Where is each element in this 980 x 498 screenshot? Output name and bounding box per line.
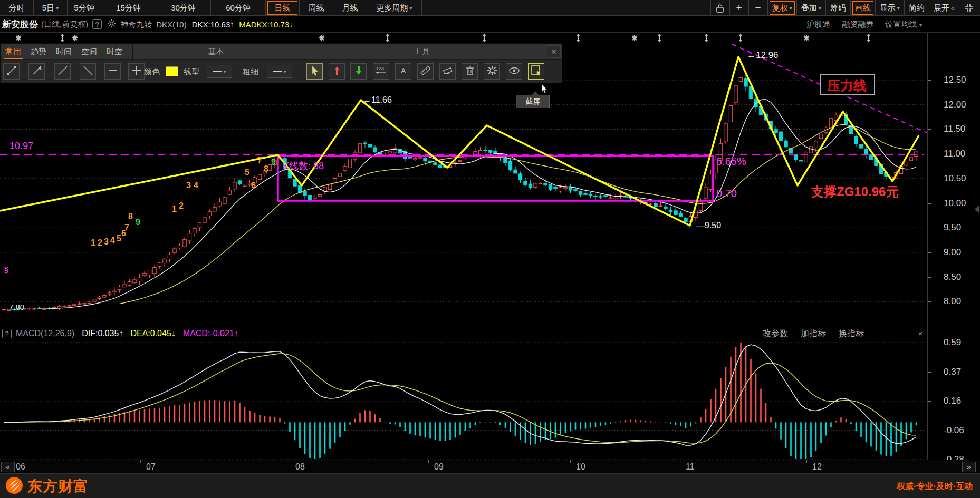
action-button-简约[interactable]: 简约	[904, 0, 929, 16]
peak-11-66-label: ←11.66	[363, 95, 392, 104]
scroll-left-button[interactable]: «	[1, 462, 15, 472]
macd-value: MACD:-0.021	[183, 329, 234, 338]
chevron-down-icon: ▾	[819, 5, 821, 11]
macd-link-2[interactable]: 加指标	[801, 328, 826, 339]
valley-9-50-label: —9.50	[696, 221, 721, 230]
help-icon[interactable]: ?	[92, 19, 102, 29]
period-tab-5[interactable]: 30分钟	[156, 0, 211, 16]
up-arrow-tool-button[interactable]	[329, 63, 345, 80]
action-button-叠加[interactable]: 叠加▾	[796, 0, 825, 16]
segment-down-tool-button[interactable]	[80, 63, 96, 80]
action-label: +	[736, 2, 742, 14]
action-button-−[interactable]: −	[748, 0, 767, 16]
trash-tool-button[interactable]	[462, 63, 478, 80]
action-button-筹码[interactable]: 筹码	[825, 0, 850, 16]
cross-tool-button[interactable]	[128, 63, 145, 80]
brand-name[interactable]: 东方财富	[27, 476, 89, 496]
period-tab-9[interactable]: 月线	[333, 0, 367, 16]
collapse-icon-button[interactable]	[959, 0, 978, 16]
up-arrow-icon	[331, 65, 343, 79]
price-axis-label: 10.50	[944, 173, 966, 184]
mouse-cursor-icon	[541, 84, 550, 96]
color-label: 颜色	[144, 60, 160, 83]
action-button-复权[interactable]: 复权▾	[767, 0, 796, 16]
period-tab-1[interactable]: 分时	[0, 0, 34, 16]
trash-icon	[464, 65, 476, 79]
action-label: 筹码	[830, 3, 846, 13]
close-icon[interactable]: ×	[547, 45, 561, 58]
magic-number: 2	[179, 201, 184, 210]
cross-icon	[131, 65, 142, 79]
action-label: 叠加	[801, 3, 817, 13]
draw-tab-4[interactable]: 空间	[76, 44, 102, 60]
linetype-dropdown[interactable]: ▾	[207, 65, 232, 78]
macd-chart-canvas[interactable]	[0, 341, 927, 460]
hline-tool-button[interactable]	[104, 63, 121, 80]
double-left-icon: «	[951, 4, 955, 12]
draw-tab-3[interactable]: 时间	[51, 44, 76, 60]
ruler-tool-button[interactable]	[417, 63, 434, 80]
period-tab-label: 15分钟	[116, 3, 141, 13]
down-arrow-tool-button[interactable]	[350, 63, 367, 80]
market-link-3[interactable]: 设置均线 ▾	[885, 19, 922, 30]
price-axis-label: 8.00	[944, 296, 961, 307]
eraser-tool-button[interactable]	[439, 63, 456, 80]
time-axis: « » 06070809101112	[0, 460, 980, 473]
period-tab-7[interactable]: 日线	[266, 0, 300, 16]
indicator-name[interactable]: 神奇九转	[120, 19, 152, 30]
action-button-画线[interactable]: 画线	[850, 0, 875, 16]
madkx-down-arrow-icon: ↓	[289, 20, 293, 28]
market-link-1[interactable]: 沪股通	[806, 19, 830, 30]
ray-tool-button[interactable]	[54, 63, 71, 80]
period-tab-8[interactable]: 周线	[300, 0, 333, 16]
trend-arrow-tool-button[interactable]	[28, 63, 45, 80]
macd-close-icon[interactable]: ×	[915, 328, 926, 338]
screenshot-tool-button[interactable]	[528, 63, 544, 80]
period-tab-3[interactable]: 5分钟	[68, 0, 101, 16]
numbers-tool-button[interactable]: 123	[373, 63, 389, 80]
cursor-tool-button[interactable]	[306, 63, 323, 80]
period-tab-label: 5日	[42, 3, 54, 13]
chevron-down-icon: ▾	[918, 22, 922, 28]
draw-tab-2[interactable]: 趋势	[26, 44, 51, 60]
price-axis-label: 8.50	[944, 272, 961, 282]
magic-number: 8	[264, 164, 268, 173]
macd-link-3[interactable]: 换指标	[839, 328, 864, 339]
eye-tool-button[interactable]	[506, 63, 522, 80]
axis-collapse-handle[interactable]	[975, 206, 979, 213]
footer-bar: 东方财富 权威·专业·及时·互动	[0, 473, 980, 498]
scroll-right-button[interactable]: »	[962, 462, 976, 472]
magic-number: 1	[172, 204, 177, 213]
period-tabs: 分时5日▾5分钟15分钟30分钟60分钟日线周线月线更多周期▾	[0, 0, 422, 16]
eye-icon	[508, 65, 521, 79]
color-swatch[interactable]	[166, 66, 178, 76]
draw-tab-1[interactable]: 常用	[1, 44, 26, 60]
dkx-value: DKX:10.63	[192, 20, 230, 29]
segment-tool-button[interactable]	[3, 63, 20, 80]
macd-link-1[interactable]: 改参数	[763, 328, 788, 339]
macd-axis-label: 0.16	[944, 396, 961, 406]
indicator-param: DKX(10)	[156, 20, 187, 29]
market-link-2[interactable]: 融资融券	[842, 19, 873, 30]
stock-info-bar: 新安股份 (日线,前复权) ? 神奇九转 DKX(10) DKX:10.63 ↑…	[0, 16, 980, 33]
action-label: 展开	[934, 3, 949, 13]
text-tool-button[interactable]: A	[395, 63, 411, 80]
weight-label: 粗细	[243, 60, 258, 83]
magic-number: 5	[117, 234, 121, 243]
action-button-显示[interactable]: 显示▾	[875, 0, 904, 16]
period-tab-10[interactable]: 更多周期▾	[367, 0, 422, 16]
period-tab-6[interactable]: 60分钟	[211, 0, 266, 16]
action-button-+[interactable]: +	[729, 0, 748, 16]
period-tab-2[interactable]: 5日▾	[34, 0, 68, 16]
period-tab-label: 30分钟	[171, 3, 196, 13]
action-button-展开[interactable]: 展开«	[929, 0, 959, 16]
price-axis-label: 11.00	[944, 149, 965, 159]
gear-tool-button[interactable]	[484, 63, 500, 80]
price-axis-label: 9.50	[944, 222, 961, 233]
lock-icon-button[interactable]	[710, 0, 729, 16]
gear-icon[interactable]	[107, 19, 116, 30]
period-tab-4[interactable]: 15分钟	[101, 0, 156, 16]
draw-tab-5[interactable]: 时空	[102, 44, 127, 60]
weight-dropdown[interactable]: ▾	[267, 65, 292, 78]
macd-help-icon[interactable]: ?	[2, 329, 12, 338]
